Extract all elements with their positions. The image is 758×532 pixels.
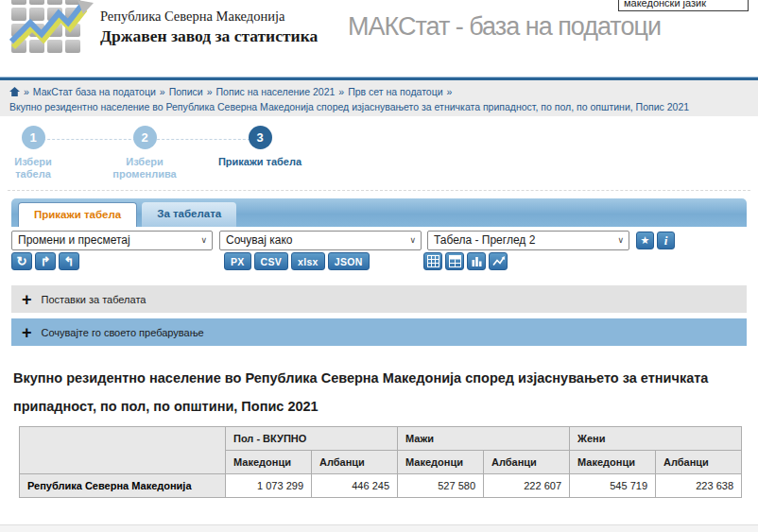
export-button-group: PX CSV xlsx JSON — [224, 252, 370, 270]
export-px-button[interactable]: PX — [224, 252, 251, 270]
change-and-calculate-select[interactable]: Промени и пресметај ∨ — [11, 231, 213, 250]
breadcrumb-item-makstat[interactable]: МакСтат база на податоци — [33, 86, 156, 97]
turn-right-icon: ↱ — [41, 254, 51, 268]
value-cell: 545 719 — [570, 474, 656, 498]
breadcrumb-current-page: Вкупно резидентно население во Република… — [9, 101, 749, 112]
bar-chart-icon — [471, 255, 483, 267]
breadcrumb-item-census-2021[interactable]: Попис на население 2021 — [216, 86, 336, 97]
line-chart-view-button[interactable] — [489, 252, 508, 270]
app-title: МАКСтат - база на податоци — [348, 12, 661, 42]
sub-header: Македонци — [226, 451, 312, 474]
step-3-circle: 3 — [249, 126, 272, 149]
table-grid-icon — [427, 255, 439, 267]
pivot-clockwise-button[interactable]: ↱ — [35, 252, 56, 270]
section-divider — [8, 190, 750, 191]
turn-left-icon: ↰ — [64, 254, 75, 268]
info-button[interactable]: i — [657, 232, 675, 249]
save-as-select[interactable]: Сочувај како ∨ — [219, 231, 422, 250]
table-row: Република Северна Македонија 1 073 299 4… — [20, 474, 742, 498]
group-header-women: Жени — [570, 427, 742, 451]
view-button-group — [423, 252, 508, 270]
info-icon: i — [664, 233, 668, 249]
statistics-zigzag-logo-icon — [9, 0, 95, 55]
step-2-label: Избери променлива — [107, 156, 182, 180]
table-settings-label: Поставки за табелата — [42, 294, 146, 305]
table-view-select[interactable]: Табела - Преглед 2 ∨ — [427, 231, 629, 250]
table-corner-cell — [20, 427, 226, 474]
export-csv-button[interactable]: CSV — [254, 252, 289, 270]
sub-header: Македонци — [398, 451, 484, 474]
table-view-value: Табела - Преглед 2 — [434, 233, 535, 247]
breadcrumb-separator: » — [207, 86, 213, 97]
home-icon[interactable] — [9, 87, 20, 96]
language-select[interactable]: македонски јазик — [618, 0, 749, 11]
pivot-rotate-button[interactable]: ↻ — [11, 252, 32, 270]
org-name-country: Република Северна Македонија — [100, 9, 318, 25]
table-group-header-row: Пол - ВКУПНО Мажи Жени — [20, 427, 742, 451]
breadcrumb-separator: » — [160, 86, 165, 97]
statistics-table: Пол - ВКУПНО Мажи Жени Македонци Албанци… — [19, 426, 742, 498]
rotate-icon: ↻ — [17, 254, 27, 268]
breadcrumb-separator: » — [338, 86, 344, 97]
step-wizard: 1 Избери табела 2 Избери променлива 3 Пр… — [0, 126, 758, 186]
save-as-value: Сочувај како — [226, 233, 293, 247]
org-name-office: Државен завод за статистика — [100, 26, 318, 46]
group-header-total: Пол - ВКУПНО — [226, 427, 398, 451]
value-cell: 446 245 — [312, 474, 398, 498]
plus-icon: + — [22, 324, 32, 341]
value-cell: 527 580 — [398, 474, 484, 498]
step-show-table[interactable]: 3 Прикажи табела — [213, 126, 307, 168]
pivot-button-group: ↻ ↱ ↰ — [11, 252, 79, 270]
group-header-men: Мажи — [398, 427, 570, 451]
chevron-down-icon: ∨ — [409, 232, 416, 249]
pivot-counterclockwise-button[interactable]: ↰ — [59, 252, 79, 270]
bar-chart-view-button[interactable] — [467, 252, 486, 270]
change-and-calculate-value: Промени и пресметај — [18, 233, 130, 247]
breadcrumb-item-first-dataset[interactable]: Прв сет на податоци — [348, 86, 442, 97]
table-grid-header-icon — [449, 255, 461, 267]
step-2-circle: 2 — [133, 126, 157, 149]
table-header-view-button[interactable] — [445, 252, 464, 270]
export-json-button[interactable]: JSON — [328, 252, 370, 270]
chevron-down-icon: ∨ — [617, 232, 624, 249]
footer-strip — [0, 524, 758, 532]
table-settings-accordion[interactable]: + Поставки за табелата — [11, 285, 747, 313]
value-cell: 222 607 — [484, 474, 570, 498]
plus-icon: + — [22, 291, 32, 308]
sub-header: Албанци — [656, 451, 742, 474]
save-query-accordion[interactable]: + Сочувајте го своето пребарување — [11, 318, 747, 346]
value-cell: 223 638 — [656, 474, 742, 498]
save-query-label: Сочувајте го своето пребарување — [42, 327, 204, 338]
export-xlsx-button[interactable]: xlsx — [291, 252, 325, 270]
step-select-table[interactable]: 1 Избери табела — [0, 126, 66, 180]
step-1-label: Избери табела — [0, 156, 66, 180]
tab-about-table[interactable]: За табелата — [142, 202, 236, 227]
star-icon: ★ — [641, 234, 650, 247]
tab-show-table[interactable]: Прикажи табела — [18, 202, 137, 227]
chevron-down-icon: ∨ — [200, 232, 207, 249]
breadcrumb-separator: » — [24, 86, 29, 97]
makstat-page: Република Северна Македонија Државен зав… — [0, 0, 758, 532]
step-1-circle: 1 — [22, 126, 45, 149]
step-3-label: Прикажи табела — [213, 156, 307, 168]
table-view-button[interactable] — [423, 252, 442, 270]
dzs-logo[interactable] — [9, 0, 95, 55]
value-cell: 1 073 299 — [226, 474, 312, 498]
table-title: Вкупно резидентно население во Република… — [13, 364, 749, 420]
sub-header: Македонци — [570, 451, 656, 474]
sub-header: Албанци — [312, 451, 398, 474]
favorite-button[interactable]: ★ — [636, 232, 654, 249]
step-select-variable[interactable]: 2 Избери променлива — [107, 126, 182, 180]
org-name: Република Северна Македонија Државен зав… — [100, 9, 318, 46]
breadcrumb: » МакСтат база на податоци » Пописи » По… — [0, 80, 758, 116]
tab-bar: Прикажи табела За табелата — [11, 198, 747, 227]
language-select-value: македонски јазик — [624, 0, 706, 9]
breadcrumb-separator: » — [447, 86, 453, 97]
sub-header: Албанци — [484, 451, 570, 474]
line-chart-icon — [492, 255, 505, 267]
breadcrumb-item-censuses[interactable]: Пописи — [169, 86, 203, 97]
row-label: Република Северна Македонија — [20, 474, 226, 498]
